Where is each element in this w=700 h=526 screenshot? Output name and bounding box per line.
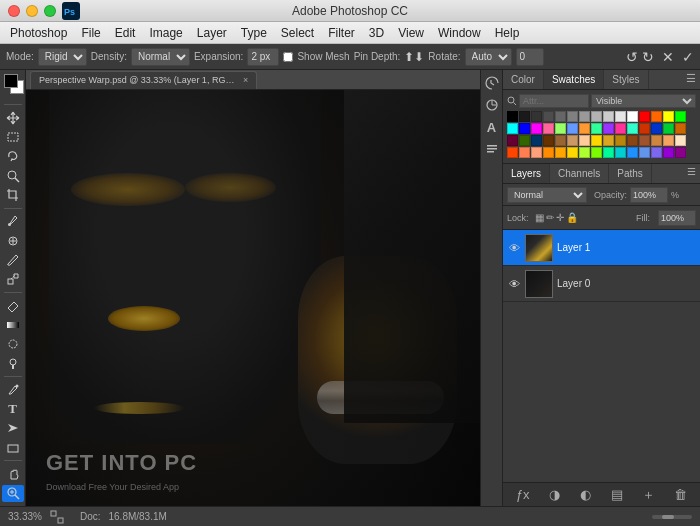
swatch[interactable]: [603, 147, 614, 158]
swatch[interactable]: [555, 147, 566, 158]
menu-type[interactable]: Type: [235, 24, 273, 42]
menu-view[interactable]: View: [392, 24, 430, 42]
move-tool-btn[interactable]: [2, 109, 24, 126]
swatch[interactable]: [591, 123, 602, 134]
rotate-select[interactable]: Auto: [465, 48, 512, 66]
dodge-tool-btn[interactable]: [2, 355, 24, 372]
layers-panel-menu-btn[interactable]: ☰: [683, 164, 700, 183]
swatch[interactable]: [615, 111, 626, 122]
paths-tab[interactable]: Paths: [609, 164, 652, 183]
new-fill-btn[interactable]: ◐: [577, 486, 595, 504]
swatch[interactable]: [507, 111, 518, 122]
swatch[interactable]: [675, 147, 686, 158]
swatch[interactable]: [591, 147, 602, 158]
layer-row-0[interactable]: 👁 Layer 0: [503, 266, 700, 302]
layer-row-1[interactable]: 👁 Layer 1: [503, 230, 700, 266]
crop-tool-btn[interactable]: [2, 186, 24, 203]
swatch[interactable]: [519, 111, 530, 122]
swatch[interactable]: [639, 135, 650, 146]
confirm-warp-icon[interactable]: ✓: [682, 49, 694, 65]
path-select-btn[interactable]: [2, 420, 24, 437]
swatch[interactable]: [507, 135, 518, 146]
color-tab[interactable]: Color: [503, 70, 544, 89]
type-tool-btn[interactable]: T: [2, 400, 24, 417]
swatch[interactable]: [555, 135, 566, 146]
menu-select[interactable]: Select: [275, 24, 320, 42]
swatch[interactable]: [519, 147, 530, 158]
swatch[interactable]: [567, 147, 578, 158]
swatch[interactable]: [663, 111, 674, 122]
swatch[interactable]: [675, 135, 686, 146]
shape-tool-btn[interactable]: [2, 439, 24, 456]
swatch[interactable]: [543, 123, 554, 134]
quick-select-btn[interactable]: [2, 167, 24, 184]
eyedropper-btn[interactable]: [2, 213, 24, 230]
swatch[interactable]: [519, 123, 530, 134]
new-layer-btn[interactable]: ＋: [640, 486, 658, 504]
show-mesh-checkbox[interactable]: [283, 52, 293, 62]
undo-icon[interactable]: ↺: [626, 49, 638, 65]
minimize-button[interactable]: [26, 5, 38, 17]
layer-0-visibility[interactable]: 👁: [507, 278, 521, 290]
blend-mode-select[interactable]: NormalMultiplyScreen: [507, 187, 587, 203]
lasso-tool-btn[interactable]: [2, 148, 24, 165]
add-layer-style-btn[interactable]: ƒx: [514, 486, 532, 504]
delete-layer-btn[interactable]: 🗑: [671, 486, 689, 504]
swatch[interactable]: [531, 111, 542, 122]
density-select[interactable]: Normal: [131, 48, 190, 66]
swatch[interactable]: [543, 111, 554, 122]
swatch[interactable]: [531, 123, 542, 134]
menu-file[interactable]: File: [75, 24, 106, 42]
hand-tool-btn[interactable]: [2, 465, 24, 482]
swatch[interactable]: [531, 147, 542, 158]
cancel-warp-icon[interactable]: ✕: [662, 49, 674, 65]
swatch[interactable]: [627, 147, 638, 158]
menu-layer[interactable]: Layer: [191, 24, 233, 42]
swatch[interactable]: [591, 111, 602, 122]
rotate-value-input[interactable]: [516, 48, 544, 66]
swatch[interactable]: [675, 123, 686, 134]
swatch[interactable]: [675, 111, 686, 122]
canvas-tab-close[interactable]: ×: [243, 75, 248, 85]
swatch[interactable]: [555, 123, 566, 134]
swatch[interactable]: [627, 123, 638, 134]
blur-tool-btn[interactable]: [2, 335, 24, 352]
layer-1-visibility[interactable]: 👁: [507, 242, 521, 254]
lock-position-icon[interactable]: ✛: [556, 212, 564, 223]
redo-icon[interactable]: ↻: [642, 49, 654, 65]
opacity-input[interactable]: [630, 187, 668, 203]
swatch[interactable]: [555, 111, 566, 122]
styles-tab[interactable]: Styles: [604, 70, 648, 89]
expansion-input[interactable]: [247, 48, 279, 66]
foreground-color[interactable]: [4, 74, 18, 88]
swatch[interactable]: [639, 111, 650, 122]
swatch[interactable]: [567, 135, 578, 146]
menu-photoshop[interactable]: Photoshop: [4, 24, 73, 42]
swatch[interactable]: [615, 123, 626, 134]
pen-tool-btn[interactable]: [2, 381, 24, 398]
gradient-tool-btn[interactable]: [2, 316, 24, 333]
swatch[interactable]: [579, 147, 590, 158]
adjustments-btn[interactable]: [483, 96, 501, 114]
menu-help[interactable]: Help: [489, 24, 526, 42]
swatches-tab[interactable]: Swatches: [544, 70, 604, 89]
fit-zoom-icon[interactable]: [50, 510, 64, 524]
swatch[interactable]: [543, 135, 554, 146]
swatch-search-input[interactable]: [519, 94, 589, 108]
maximize-button[interactable]: [44, 5, 56, 17]
swatch[interactable]: [531, 135, 542, 146]
rectangular-marquee-btn[interactable]: [2, 128, 24, 145]
swatch[interactable]: [663, 123, 674, 134]
canvas-wrapper[interactable]: GET INTO PC Download Free Your Desired A…: [26, 90, 480, 506]
healing-brush-btn[interactable]: [2, 232, 24, 249]
swatch[interactable]: [603, 111, 614, 122]
layers-tab[interactable]: Layers: [503, 164, 550, 183]
menu-window[interactable]: Window: [432, 24, 487, 42]
swatch[interactable]: [603, 135, 614, 146]
swatch[interactable]: [651, 135, 662, 146]
lock-transparent-icon[interactable]: ▦: [535, 212, 544, 223]
swatch[interactable]: [507, 147, 518, 158]
swatch[interactable]: [627, 135, 638, 146]
swatch[interactable]: [651, 111, 662, 122]
mode-select[interactable]: Rigid Auto: [38, 48, 87, 66]
